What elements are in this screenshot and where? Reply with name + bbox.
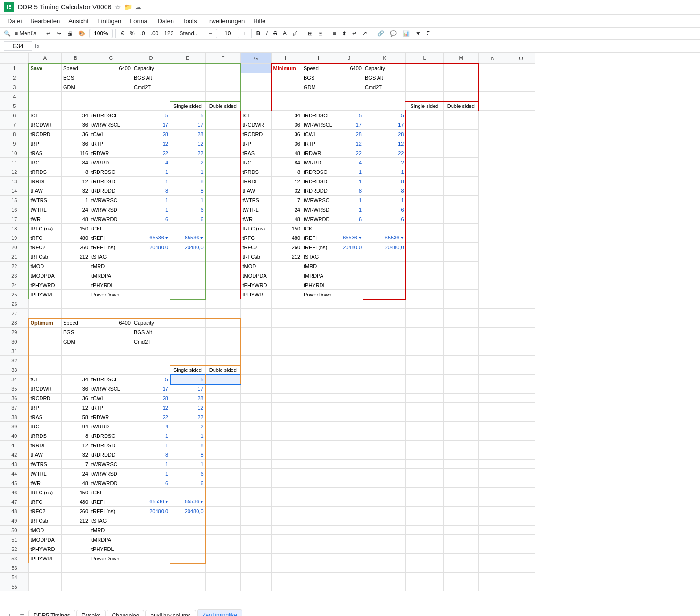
- merge-btn[interactable]: ⊟: [316, 29, 325, 38]
- menu-item-daten[interactable]: Daten: [154, 16, 178, 26]
- menu-item-datei[interactable]: Datei: [4, 16, 25, 26]
- cell: tRDRDSC: [302, 167, 335, 177]
- chart-btn[interactable]: 📊: [401, 29, 412, 38]
- comment-btn[interactable]: 💬: [388, 29, 399, 38]
- table-row: 51tMODPDAtMRDPA: [0, 535, 535, 544]
- font-inc-btn[interactable]: +: [241, 29, 248, 38]
- cell-reference[interactable]: [4, 41, 32, 51]
- redo-btn[interactable]: ↪: [55, 29, 63, 38]
- sheet-tab-auxiliary-colums[interactable]: auxiliary colums: [145, 610, 196, 616]
- cell: [132, 299, 170, 309]
- add-sheet-btn[interactable]: +: [4, 610, 15, 616]
- col-header-N[interactable]: N: [479, 53, 507, 64]
- cell: 8: [170, 450, 206, 460]
- sheet-area[interactable]: A B C D E F G H I J K L M N O 1SaveSpeed…: [0, 53, 700, 608]
- cell: [170, 280, 206, 290]
- valign-btn[interactable]: ⬍: [340, 29, 348, 38]
- cell: [507, 431, 535, 441]
- col-header-C[interactable]: C: [90, 53, 132, 64]
- sheet-tab-ddr5-timings[interactable]: DDR5 Timings: [28, 610, 75, 616]
- cell: [272, 365, 302, 375]
- star-icon[interactable]: ☆: [115, 3, 121, 11]
- menu-item-bearbeiten[interactable]: Bearbeiten: [26, 16, 64, 26]
- dec-btn[interactable]: .0: [139, 29, 147, 38]
- app-logo: [4, 2, 14, 12]
- borders-btn[interactable]: ⊞: [306, 29, 314, 38]
- sheet-list-btn[interactable]: ≡: [16, 610, 27, 616]
- sheet-tab-zentiminglike[interactable]: ZenTiminglike: [197, 609, 242, 616]
- paint-btn[interactable]: 🎨: [76, 29, 87, 38]
- fill-color-btn[interactable]: 🖊: [290, 29, 300, 38]
- sheet-tab-tweaks[interactable]: Tweaks: [76, 610, 106, 616]
- font-dec-btn[interactable]: −: [207, 29, 214, 38]
- cell: 28: [132, 394, 170, 403]
- table-row: 26: [0, 299, 535, 309]
- percent-btn[interactable]: %: [128, 29, 137, 38]
- menu-item-tools[interactable]: Tools: [179, 16, 200, 26]
- bold-btn[interactable]: B: [255, 29, 263, 38]
- col-header-J[interactable]: J: [335, 53, 363, 64]
- cell: 48: [62, 214, 90, 224]
- font-color-btn[interactable]: A: [281, 29, 288, 38]
- cell: [444, 120, 479, 130]
- link-btn[interactable]: 🔗: [375, 29, 386, 38]
- cell: [132, 346, 170, 356]
- col-header-H[interactable]: H: [272, 53, 302, 64]
- menu-item-erweiterungen[interactable]: Erweiterungen: [201, 16, 248, 26]
- halign-btn[interactable]: ≡: [331, 29, 338, 38]
- col-header-B[interactable]: B: [62, 53, 90, 64]
- menu-icon[interactable]: ≡ Menüs: [13, 29, 38, 38]
- currency-btn[interactable]: €: [119, 29, 126, 38]
- num-format-btn[interactable]: 123: [162, 29, 175, 38]
- italic-btn[interactable]: I: [264, 29, 270, 38]
- sheet-tab-changelog[interactable]: Changelog: [107, 610, 144, 616]
- cell: [363, 544, 406, 554]
- cell: 20480,0: [335, 243, 363, 252]
- cell: 150: [272, 224, 302, 233]
- font-size-input[interactable]: 10: [216, 29, 239, 38]
- print-btn[interactable]: 🖨: [65, 29, 74, 38]
- svg-rect-2: [9, 5, 11, 7]
- menu-item-ansicht[interactable]: Ansicht: [65, 16, 92, 26]
- func-btn[interactable]: Σ: [425, 29, 432, 38]
- col-header-O[interactable]: O: [507, 53, 535, 64]
- font-name-btn[interactable]: Stand...: [177, 29, 200, 38]
- cell: [444, 73, 479, 82]
- search-icon[interactable]: 🔍: [4, 30, 11, 37]
- undo-btn[interactable]: ↩: [44, 29, 53, 38]
- col-header-E[interactable]: E: [170, 53, 206, 64]
- col-header-G[interactable]: G: [241, 53, 272, 64]
- cell: [406, 280, 444, 290]
- cell: 2: [363, 158, 406, 167]
- cloud-icon[interactable]: ☁: [135, 3, 141, 11]
- folder-icon[interactable]: 📁: [124, 3, 132, 11]
- formula-input[interactable]: [42, 43, 696, 49]
- col-header-I[interactable]: I: [302, 53, 335, 64]
- rotate-btn[interactable]: ↗: [361, 29, 369, 38]
- cell: 17: [335, 120, 363, 130]
- menu-item-einfügen[interactable]: Einfügen: [93, 16, 125, 26]
- col-header-F[interactable]: F: [206, 53, 241, 64]
- cell: [170, 526, 206, 535]
- zoom-control[interactable]: 100%: [89, 29, 113, 38]
- cell: tRCDWR: [29, 120, 62, 130]
- strikethrough-btn[interactable]: S: [272, 29, 279, 38]
- col-header-L[interactable]: L: [406, 53, 444, 64]
- inc-btn[interactable]: .00: [149, 29, 161, 38]
- cell: [335, 224, 363, 233]
- filter-btn[interactable]: ▼: [413, 29, 423, 38]
- col-header-D[interactable]: D: [132, 53, 170, 64]
- cell: [132, 544, 170, 554]
- col-header-A[interactable]: A: [29, 53, 62, 64]
- menu-item-hilfe[interactable]: Hilfe: [249, 16, 269, 26]
- col-header-M[interactable]: M: [444, 53, 479, 64]
- cell: 150: [62, 224, 90, 233]
- cell: tRFC2: [241, 243, 272, 252]
- menu-item-format[interactable]: Format: [126, 16, 153, 26]
- cell: [206, 478, 241, 488]
- col-header-K[interactable]: K: [363, 53, 406, 64]
- cell: [241, 554, 272, 563]
- cell: [444, 82, 479, 92]
- table-row: 1SaveSpeed6400CapacityMinimumSpeed6400Ca…: [0, 64, 535, 73]
- wrap-btn[interactable]: ↵: [350, 29, 359, 38]
